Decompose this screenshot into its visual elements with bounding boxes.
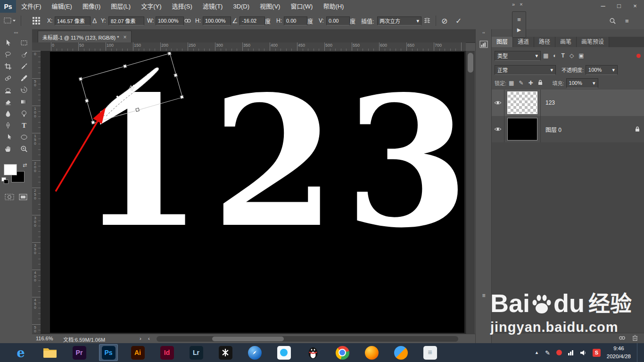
dock-close-icon[interactable]: × — [520, 1, 522, 7]
taskbar-photoshop[interactable]: Ps — [99, 344, 118, 361]
play-actions-icon[interactable]: ▶ — [517, 27, 521, 33]
horizontal-scrollbar-thumb[interactable] — [212, 337, 284, 341]
tab-brush-presets[interactable]: 画笔预设 — [577, 37, 609, 47]
relative-position-toggle[interactable]: Δ — [92, 13, 97, 29]
tool-rectangular-marquee[interactable] — [16, 37, 32, 49]
taskbar-qq[interactable] — [304, 344, 322, 361]
menu-view[interactable]: 视图(V) — [255, 0, 285, 13]
reference-point-grid-icon[interactable] — [32, 13, 41, 29]
filter-shape-layers-icon[interactable]: ◇ — [570, 52, 574, 59]
layer-filter-kind-dropdown[interactable]: 类型▾ — [495, 51, 541, 61]
screen-mode-icon[interactable] — [19, 193, 27, 203]
search-icon[interactable] — [609, 13, 616, 29]
filter-smart-objects-icon[interactable]: ▣ — [578, 52, 584, 59]
status-chevron-left-icon[interactable]: ‹ — [148, 336, 150, 341]
notes-panel-icon[interactable]: ≡ — [476, 292, 492, 299]
menu-layer[interactable]: 图层(L) — [106, 0, 136, 13]
histogram-panel-icon[interactable] — [476, 41, 492, 50]
height-scale-field[interactable]: 100.00% — [203, 16, 231, 25]
status-chevron-right-icon[interactable]: › — [140, 336, 141, 341]
tool-blur[interactable] — [0, 107, 16, 119]
maintain-aspect-link-icon[interactable] — [184, 13, 191, 29]
commit-transform-button[interactable]: ✓ — [455, 13, 462, 29]
taskbar-clock[interactable]: 9:46 2020/4/28 — [607, 345, 631, 360]
filter-adjustment-layers-icon[interactable]: ◐ — [553, 52, 556, 59]
restore-button[interactable]: □ — [611, 0, 627, 11]
filter-type-layers-icon[interactable]: T — [561, 52, 565, 59]
link-layers-icon[interactable] — [619, 334, 626, 343]
delete-layer-icon[interactable] — [632, 334, 638, 343]
menu-window[interactable]: 窗口(W) — [285, 0, 318, 13]
tool-eraser[interactable] — [0, 96, 16, 107]
layer-filter-toggle[interactable] — [636, 54, 641, 58]
tool-path-selection[interactable] — [0, 131, 16, 143]
tool-preset-icon[interactable] — [4, 13, 16, 29]
horizontal-scrollbar[interactable] — [157, 336, 458, 342]
cancel-transform-button[interactable]: ⊘ — [441, 13, 447, 29]
workspace-panel-icon[interactable]: ≡ — [625, 13, 629, 29]
zoom-level-field[interactable]: 116.6% — [36, 336, 53, 341]
layer-row-123[interactable]: 123 — [492, 90, 644, 116]
taskbar-chrome[interactable] — [333, 344, 352, 361]
taskbar-indesign[interactable]: Id — [157, 344, 176, 361]
fill-dropdown[interactable]: 100%▾ — [566, 78, 598, 88]
menu-type[interactable]: 文字(Y) — [136, 0, 166, 13]
h-skew-field[interactable]: 0.00 — [284, 16, 307, 25]
opacity-dropdown[interactable]: 100%▾ — [586, 65, 618, 75]
tool-crop[interactable] — [0, 60, 16, 72]
layer-thumbnail-123[interactable] — [507, 91, 537, 114]
y-position-field[interactable]: 82.07 像素 — [108, 16, 144, 25]
filter-pixel-layers-icon[interactable]: ▦ — [543, 52, 548, 59]
vertical-scrollbar[interactable] — [466, 51, 475, 334]
close-button[interactable]: × — [627, 0, 643, 11]
menu-image[interactable]: 图像(I) — [77, 0, 106, 13]
taskbar-file-explorer[interactable] — [41, 344, 59, 361]
tool-gradient[interactable] — [16, 96, 32, 107]
tray-expand-icon[interactable]: ▲ — [535, 350, 539, 355]
tool-spot-healing-brush[interactable] — [0, 72, 16, 84]
layer-name[interactable]: 123 — [541, 90, 644, 116]
layer-row-background[interactable]: 图层 0 — [492, 116, 644, 142]
taskbar-firefox[interactable] — [362, 344, 381, 361]
tool-hand[interactable] — [0, 143, 16, 155]
tab-brush[interactable]: 画笔 — [555, 37, 577, 47]
panel-list-icon[interactable]: ≡ — [517, 16, 521, 23]
menu-help[interactable]: 帮助(H) — [318, 0, 349, 13]
rotation-angle-field[interactable]: -16.02 — [239, 16, 265, 25]
taskbar-compass-browser[interactable] — [245, 344, 264, 361]
canvas[interactable]: 123 — [50, 52, 464, 333]
taskbar-sphere-app[interactable] — [391, 344, 410, 361]
tab-layers[interactable]: 图层 — [492, 37, 513, 47]
tool-quick-selection[interactable] — [16, 49, 32, 60]
taskbar-premiere[interactable]: Pr — [70, 344, 89, 361]
taskbar-messenger[interactable] — [274, 344, 293, 361]
lock-all-icon[interactable] — [538, 80, 543, 87]
minimize-button[interactable]: ─ — [595, 0, 611, 11]
layer-visibility-toggle[interactable] — [492, 90, 504, 116]
volume-icon[interactable] — [580, 350, 586, 356]
tool-move[interactable] — [0, 37, 16, 49]
taskbar-illustrator[interactable]: Ai — [128, 344, 147, 361]
blend-mode-dropdown[interactable]: 正常▾ — [495, 65, 556, 75]
taskbar-video-editor[interactable] — [216, 344, 235, 361]
tray-pen-icon[interactable]: ✎ — [545, 349, 550, 356]
document-tab[interactable]: 未标题-1 @ 117% (123, RGB/8) * × — [38, 31, 132, 43]
menu-file[interactable]: 文件(F) — [16, 0, 47, 13]
v-skew-field[interactable]: 0.00 — [326, 16, 350, 25]
dock-expand-icon[interactable]: ‹‹ — [476, 29, 492, 37]
menu-filter[interactable]: 滤镜(T) — [198, 0, 228, 13]
menu-select[interactable]: 选择(S) — [166, 0, 197, 13]
input-method-badge[interactable]: S — [593, 349, 601, 357]
tab-channels[interactable]: 通道 — [513, 37, 534, 47]
quick-mask-mode-icon[interactable] — [5, 193, 14, 203]
menu-edit[interactable]: 编辑(E) — [47, 0, 77, 13]
foreground-color-swatch[interactable] — [4, 164, 17, 175]
tool-history-brush[interactable] — [16, 84, 32, 96]
tool-ellipse-shape[interactable] — [16, 131, 32, 143]
network-signal-icon[interactable] — [568, 350, 574, 355]
menu-3d[interactable]: 3D(D) — [228, 0, 255, 13]
lock-transparent-pixels-icon[interactable]: ▦ — [509, 80, 514, 86]
interpolation-dropdown[interactable]: 两次立方▾ — [377, 16, 421, 25]
layer-thumbnail-background[interactable] — [507, 118, 537, 140]
show-desktop-button[interactable] — [637, 343, 640, 362]
